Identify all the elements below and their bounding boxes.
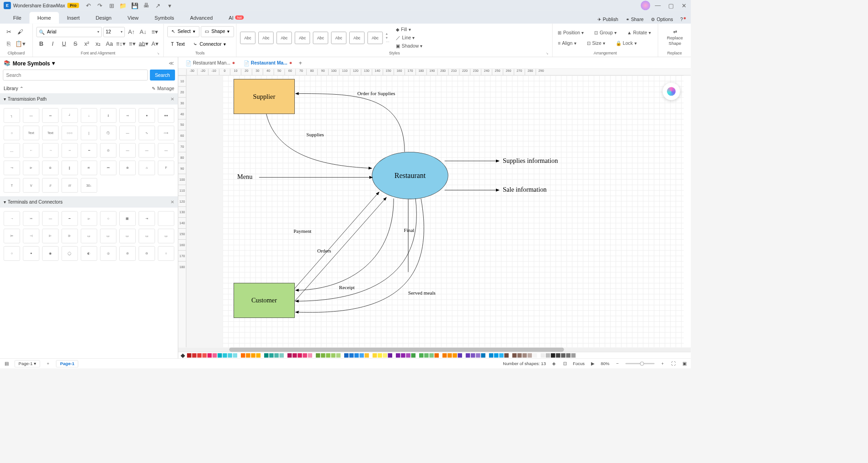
size-button[interactable]: ⊡ Size ▾ bbox=[585, 39, 607, 46]
shape-item[interactable]: ↦ bbox=[100, 161, 117, 175]
color-swatch[interactable] bbox=[331, 353, 335, 358]
pages-icon[interactable]: ▤ bbox=[4, 361, 10, 366]
shape-item[interactable]: ▭ bbox=[119, 229, 136, 243]
color-swatch[interactable] bbox=[373, 353, 377, 358]
presentation-icon[interactable]: ▶ bbox=[590, 361, 596, 366]
dialog-launcher-icon[interactable]: ↘ bbox=[157, 52, 160, 55]
color-swatch[interactable] bbox=[344, 353, 349, 358]
font-color-icon[interactable]: A▾ bbox=[150, 38, 160, 48]
menu-home[interactable]: Home bbox=[29, 12, 59, 23]
shape-item[interactable]: ⊣ bbox=[23, 229, 39, 243]
edge-label[interactable]: Payment bbox=[293, 228, 311, 234]
color-swatch[interactable] bbox=[453, 353, 457, 358]
edge-label[interactable]: Served meals bbox=[408, 290, 436, 296]
color-swatch[interactable] bbox=[316, 353, 320, 358]
color-swatch[interactable] bbox=[489, 353, 494, 358]
color-swatch[interactable] bbox=[228, 353, 232, 358]
shape-item[interactable]: ⊳ bbox=[23, 161, 39, 175]
copy-icon[interactable]: ⎘ bbox=[4, 38, 14, 48]
color-swatch[interactable] bbox=[476, 353, 480, 358]
style-preset-5[interactable]: Abc bbox=[313, 32, 328, 44]
doc-tab-1[interactable]: 📄Restaurant Man... bbox=[181, 57, 239, 69]
shape-item[interactable]: ━ bbox=[81, 143, 97, 158]
case-icon[interactable]: Aa bbox=[105, 38, 115, 48]
add-page-icon[interactable]: + bbox=[45, 361, 51, 366]
horizontal-scrollbar[interactable] bbox=[178, 347, 691, 352]
edge-label[interactable]: Menu bbox=[237, 173, 252, 181]
menu-view[interactable]: View bbox=[120, 12, 147, 23]
color-swatch[interactable] bbox=[293, 353, 297, 358]
bold-icon[interactable]: B bbox=[37, 38, 47, 48]
color-swatch[interactable] bbox=[533, 353, 537, 358]
shape-item[interactable]: ⇓ bbox=[100, 108, 117, 123]
shape-item[interactable]: ⊸ bbox=[4, 161, 20, 175]
color-swatch[interactable] bbox=[264, 353, 269, 358]
print-icon[interactable]: 🖶 bbox=[143, 2, 149, 9]
shape-item[interactable]: ⊩ bbox=[42, 229, 59, 243]
maximize-icon[interactable]: ▢ bbox=[668, 2, 674, 9]
highlight-icon[interactable]: ab▾ bbox=[138, 38, 149, 48]
shape-item[interactable]: ‖ bbox=[62, 161, 78, 175]
shape-item[interactable]: ⊖ bbox=[138, 246, 155, 261]
symbols-search-button[interactable]: Search bbox=[150, 70, 175, 81]
symbols-search-input[interactable] bbox=[3, 70, 148, 81]
italic-icon[interactable]: I bbox=[48, 38, 58, 48]
shape-item[interactable]: ⌂ bbox=[138, 161, 155, 175]
shape-item[interactable]: ○ bbox=[100, 211, 117, 226]
color-swatch[interactable] bbox=[298, 353, 302, 358]
color-swatch[interactable] bbox=[566, 353, 571, 358]
style-preset-1[interactable]: Abc bbox=[240, 32, 255, 44]
edge-label[interactable]: Supplies information bbox=[503, 157, 558, 165]
shape-item[interactable]: ━ bbox=[62, 211, 78, 226]
shape-item[interactable]: ▦ bbox=[119, 211, 136, 226]
color-swatch[interactable] bbox=[556, 353, 560, 358]
color-swatch[interactable] bbox=[504, 353, 509, 358]
menu-ai[interactable]: AIhot bbox=[221, 12, 252, 23]
undo-icon[interactable]: ↶ bbox=[85, 2, 91, 9]
color-swatch[interactable] bbox=[546, 353, 550, 358]
shape-customer[interactable]: Customer bbox=[234, 283, 295, 318]
line-spacing-icon[interactable]: ≡↕▾ bbox=[116, 38, 126, 48]
redo-icon[interactable]: ↷ bbox=[96, 2, 103, 9]
line-button[interactable]: ／ Line ▾ bbox=[394, 34, 424, 42]
shape-item[interactable]: ⇒ bbox=[119, 108, 136, 123]
menu-symbols[interactable]: Symbols bbox=[146, 12, 182, 23]
color-swatch[interactable] bbox=[288, 353, 292, 358]
color-swatch[interactable] bbox=[308, 353, 312, 358]
library-label[interactable]: Library bbox=[4, 86, 18, 91]
shape-item[interactable]: ┐ bbox=[4, 108, 20, 123]
color-swatch[interactable] bbox=[321, 353, 325, 358]
shape-item[interactable]: → bbox=[42, 143, 59, 158]
color-swatch[interactable] bbox=[359, 353, 364, 358]
color-swatch[interactable] bbox=[274, 353, 279, 358]
shape-item[interactable]: ▭ bbox=[100, 229, 117, 243]
edge-label[interactable]: Sale information bbox=[503, 186, 547, 194]
shape-item[interactable]: 30↓ bbox=[81, 178, 97, 193]
color-swatch[interactable] bbox=[223, 353, 227, 358]
dialog-launcher-icon-2[interactable]: ↘ bbox=[546, 52, 548, 55]
style-preset-4[interactable]: Abc bbox=[295, 32, 310, 44]
color-swatch[interactable] bbox=[218, 353, 222, 358]
color-swatch[interactable] bbox=[434, 353, 439, 358]
color-swatch[interactable] bbox=[499, 353, 504, 358]
color-swatch[interactable] bbox=[279, 353, 284, 358]
shape-item[interactable]: ↣ bbox=[23, 211, 39, 226]
decrease-font-icon[interactable]: A↓ bbox=[138, 27, 148, 37]
color-swatch[interactable] bbox=[383, 353, 387, 358]
color-swatch[interactable] bbox=[447, 353, 452, 358]
zoom-in-icon[interactable]: + bbox=[660, 361, 666, 366]
ai-fab-button[interactable] bbox=[663, 83, 680, 100]
color-swatch[interactable] bbox=[388, 353, 393, 358]
font-size-select[interactable]: 12 bbox=[103, 27, 125, 37]
close-category-icon-2[interactable]: ✕ bbox=[170, 199, 175, 205]
add-tab-button[interactable]: + bbox=[296, 59, 305, 67]
style-preset-8[interactable]: Abc bbox=[367, 32, 383, 44]
publish-button[interactable]: ✈Publish bbox=[597, 17, 618, 22]
shadow-button[interactable]: ▣ Shadow ▾ bbox=[394, 43, 424, 49]
shape-item[interactable]: ⟿ bbox=[158, 126, 174, 140]
doc-tab-2[interactable]: 📄Restaurant Ma... bbox=[239, 57, 296, 69]
shape-item[interactable]: — bbox=[158, 143, 174, 158]
format-painter-icon[interactable]: 🖌 bbox=[15, 27, 25, 37]
connector-tool[interactable]: ⤷Connector ▾ bbox=[190, 38, 230, 49]
bullets-icon[interactable]: ≡▾ bbox=[127, 38, 137, 48]
